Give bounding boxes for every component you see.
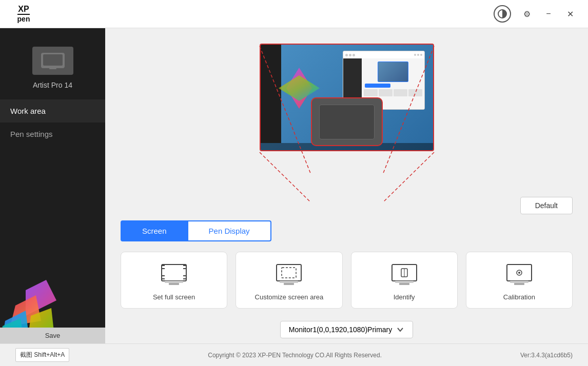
sidebar-item-work-area[interactable]: Work area: [0, 99, 105, 123]
default-button-wrap: Default: [121, 197, 573, 214]
close-button[interactable]: ✕: [560, 6, 580, 22]
monitor-selector-row: Monitor1(0,0,1920,1080)Primary: [121, 321, 573, 338]
svg-rect-15: [162, 265, 186, 281]
logo-xp: XP: [18, 5, 29, 14]
svg-point-31: [518, 272, 520, 274]
xp-pen-logo: XP pen: [8, 4, 39, 24]
app-logo: XP pen: [8, 4, 494, 24]
svg-rect-29: [514, 283, 524, 285]
set-full-screen-label: Set full screen: [153, 293, 195, 301]
default-button[interactable]: Default: [520, 197, 573, 214]
tablet-preview: [311, 97, 383, 146]
svg-line-14: [383, 152, 434, 202]
option-identify[interactable]: Identify: [351, 252, 458, 309]
version-text: Ver:3.4.3(a1cd6b5): [520, 352, 573, 359]
sidebar: Artist Pro 14 Work area Pen settings: [0, 28, 105, 343]
svg-rect-21: [282, 268, 296, 278]
settings-button[interactable]: ⚙: [517, 6, 537, 22]
svg-rect-24: [399, 283, 409, 285]
identify-label: Identify: [394, 293, 415, 301]
svg-marker-10: [279, 75, 320, 101]
minimize-button[interactable]: −: [539, 6, 558, 22]
footer: 截图 Shift+Alt+A Copyright © 2023 XP-PEN T…: [0, 343, 588, 366]
set-full-screen-icon: [159, 262, 189, 288]
customize-screen-area-label: Customize screen area: [255, 293, 324, 301]
screenshot-shortcut: 截图 Shift+Alt+A: [15, 348, 69, 362]
device-icon: [32, 47, 73, 75]
svg-rect-28: [510, 281, 528, 283]
customize-screen-area-icon: [273, 262, 304, 288]
svg-rect-16: [165, 281, 183, 283]
tabs-row: Screen Pen Display: [121, 220, 573, 241]
device-name: Artist Pro 14: [29, 79, 76, 97]
theme-toggle-icon[interactable]: [494, 5, 511, 23]
chevron-down-icon: [396, 326, 404, 334]
tablet-active-area: [319, 105, 375, 139]
preview-area: [121, 38, 573, 197]
copyright-text: Copyright © 2023 XP-PEN Technology CO.Al…: [208, 352, 382, 359]
calibration-label: Calibration: [503, 293, 535, 301]
identify-icon: [389, 262, 420, 288]
svg-rect-18: [277, 265, 301, 281]
option-calibration[interactable]: Calibration: [466, 252, 573, 309]
svg-rect-2: [43, 54, 63, 66]
window-controls: ⚙ − ✕: [494, 5, 580, 23]
sidebar-item-pen-settings[interactable]: Pen settings: [0, 123, 105, 146]
calibration-icon: [504, 262, 535, 288]
svg-line-13: [260, 152, 311, 202]
option-customize-screen-area[interactable]: Customize screen area: [236, 252, 342, 309]
save-button[interactable]: Save: [0, 328, 105, 343]
options-row: Set full screen Customize screen area: [121, 252, 573, 309]
svg-rect-3: [49, 68, 56, 69]
monitor-selector[interactable]: Monitor1(0,0,1920,1080)Primary: [280, 321, 414, 338]
tab-screen[interactable]: Screen: [121, 220, 188, 241]
svg-rect-20: [284, 283, 294, 285]
content-area: Default Screen Pen Display: [105, 28, 588, 343]
tab-pen-display[interactable]: Pen Display: [188, 220, 271, 241]
main-layout: Artist Pro 14 Work area Pen settings: [0, 28, 588, 343]
svg-rect-17: [169, 283, 179, 285]
logo-pen: pen: [17, 14, 30, 23]
svg-rect-19: [280, 281, 298, 283]
titlebar: XP pen ⚙ − ✕: [0, 0, 588, 28]
option-set-full-screen[interactable]: Set full screen: [121, 252, 227, 309]
svg-rect-23: [395, 281, 414, 283]
monitor-select-value: Monitor1(0,0,1920,1080)Primary: [289, 326, 393, 334]
